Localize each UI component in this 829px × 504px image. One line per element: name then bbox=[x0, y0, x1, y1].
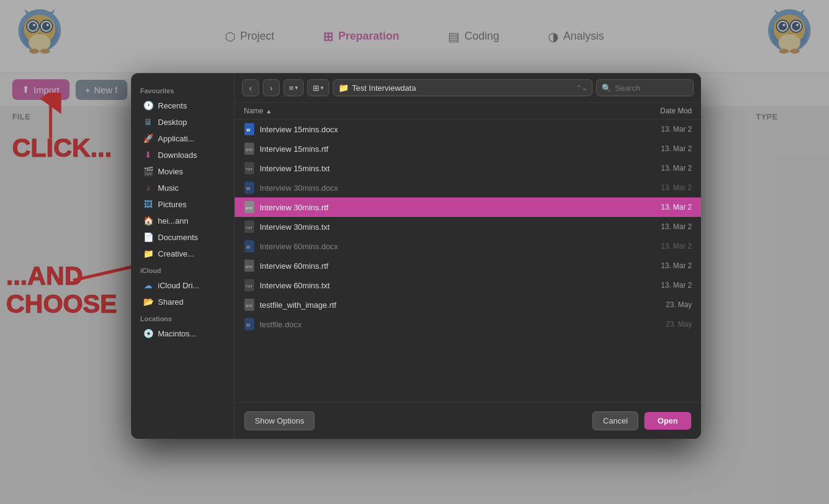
icloud-label: iCloud bbox=[131, 262, 234, 277]
sidebar-item-applications[interactable]: 🚀 Applicati... bbox=[134, 130, 231, 146]
empty-area bbox=[235, 334, 701, 371]
file-row[interactable]: TXT Interview 60mins.txt 13. Mar 2 bbox=[235, 275, 701, 295]
svg-text:RTF: RTF bbox=[246, 304, 253, 308]
name-col-label: Name bbox=[244, 107, 263, 115]
file-icon-docx: W bbox=[244, 318, 255, 331]
sidebar-item-icloud-drive[interactable]: ☁ iCloud Dri... bbox=[134, 277, 231, 293]
svg-text:W: W bbox=[246, 186, 251, 191]
file-date: 23. May bbox=[619, 300, 692, 309]
cancel-button[interactable]: Cancel bbox=[592, 411, 638, 430]
sidebar-item-home[interactable]: 🏠 hei...ann bbox=[134, 213, 231, 229]
file-row[interactable]: W Interview 30mins.docx 13. Mar 2 bbox=[235, 178, 701, 197]
dialog-footer: Show Options Cancel Open bbox=[235, 402, 701, 439]
show-options-button[interactable]: Show Options bbox=[244, 411, 315, 430]
sidebar-macintosh-label: Macintos... bbox=[158, 329, 196, 338]
file-name: Interview 60mins.txt bbox=[260, 281, 614, 290]
file-icon-txt: TXT bbox=[244, 220, 255, 233]
folder-shared-icon: 📂 bbox=[143, 297, 153, 307]
file-row[interactable]: TXT Interview 30mins.txt 13. Mar 2 bbox=[235, 217, 701, 236]
file-row[interactable]: W Interview 15mins.docx 13. Mar 2 bbox=[235, 119, 701, 139]
sidebar-item-desktop[interactable]: 🖥 Desktop bbox=[134, 114, 231, 130]
folder-icon: 📁 bbox=[338, 83, 349, 93]
view-list-button[interactable]: ≡ ▾ bbox=[283, 79, 304, 96]
svg-text:TXT: TXT bbox=[246, 226, 253, 230]
sidebar-item-macintosh[interactable]: 💿 Macintos... bbox=[134, 325, 231, 341]
file-name: Interview 15mins.txt bbox=[260, 164, 614, 173]
file-row[interactable]: W Interview 60mins.docx 13. Mar 2 bbox=[235, 236, 701, 256]
forward-button[interactable]: › bbox=[263, 79, 280, 96]
svg-text:W: W bbox=[246, 128, 251, 132]
name-col-header: Name ▲ bbox=[244, 107, 619, 115]
file-date: 13. Mar 2 bbox=[619, 144, 692, 153]
monitor-icon: 🖥 bbox=[143, 117, 153, 127]
svg-text:RTF: RTF bbox=[246, 265, 253, 269]
music-icon: ♪ bbox=[143, 183, 153, 193]
file-date: 13. Mar 2 bbox=[619, 261, 692, 270]
file-date: 13. Mar 2 bbox=[619, 222, 692, 231]
sidebar-shared-label: Shared bbox=[158, 297, 183, 307]
file-name: Interview 30mins.rtf bbox=[260, 203, 614, 212]
sidebar-item-creative[interactable]: 📁 Creative... bbox=[134, 246, 231, 261]
sidebar-item-shared[interactable]: 📂 Shared bbox=[134, 294, 231, 310]
forward-icon: › bbox=[270, 83, 272, 93]
file-date: 13. Mar 2 bbox=[619, 281, 692, 289]
file-row[interactable]: RTF Interview 15mins.rtf 13. Mar 2 bbox=[235, 139, 701, 158]
file-list: W Interview 15mins.docx 13. Mar 2 RTF In… bbox=[235, 119, 701, 402]
file-row[interactable]: TXT Interview 15mins.txt 13. Mar 2 bbox=[235, 158, 701, 178]
search-icon: 🔍 bbox=[602, 83, 611, 93]
file-dialog: Favourites 🕐 Recents 🖥 Desktop 🚀 Applica… bbox=[131, 73, 701, 439]
clock-icon: 🕐 bbox=[143, 101, 153, 110]
open-button[interactable]: Open bbox=[644, 412, 691, 430]
drive-icon: 💿 bbox=[143, 328, 153, 338]
sidebar-downloads-label: Downloads bbox=[158, 151, 197, 160]
file-date: 13. Mar 2 bbox=[619, 242, 692, 250]
view-chevron: ▾ bbox=[295, 85, 298, 91]
view-grid-button[interactable]: ⊞ ▾ bbox=[307, 79, 329, 96]
list-icon: ≡ bbox=[289, 83, 294, 93]
doc-icon: 📄 bbox=[143, 232, 153, 242]
sidebar-item-music[interactable]: ♪ Music bbox=[134, 180, 231, 196]
footer-left: Show Options bbox=[244, 411, 315, 430]
file-row-selected[interactable]: RTF Interview 30mins.rtf 13. Mar 2 bbox=[235, 197, 701, 217]
file-date: 13. Mar 2 bbox=[619, 164, 692, 172]
file-icon-rtf: RTF bbox=[244, 142, 255, 155]
sidebar-item-pictures[interactable]: 🖼 Pictures bbox=[134, 196, 231, 212]
location-bar[interactable]: 📁 Test Interviewdata ⌃⌄ bbox=[333, 79, 592, 96]
back-icon: ‹ bbox=[249, 83, 252, 93]
file-icon-docx: W bbox=[244, 240, 255, 253]
file-icon-docx: W bbox=[244, 181, 255, 194]
photo-icon: 🖼 bbox=[143, 199, 153, 209]
file-row[interactable]: RTF testfile_with_image.rtf 23. May bbox=[235, 295, 701, 314]
sidebar-item-documents[interactable]: 📄 Documents bbox=[134, 229, 231, 245]
dialog-content: ‹ › ≡ ▾ ⊞ ▾ 📁 Test Interviewdata ⌃⌄ bbox=[235, 73, 701, 439]
svg-text:RTF: RTF bbox=[246, 148, 253, 152]
grid-chevron: ▾ bbox=[321, 85, 324, 91]
file-icon-rtf: RTF bbox=[244, 259, 255, 272]
file-icon-txt: TXT bbox=[244, 161, 255, 175]
sidebar-movies-label: Movies bbox=[158, 167, 183, 176]
sidebar-item-movies[interactable]: 🎬 Movies bbox=[134, 163, 231, 179]
film-icon: 🎬 bbox=[143, 166, 153, 176]
search-input[interactable] bbox=[615, 83, 682, 93]
dialog-sidebar: Favourites 🕐 Recents 🖥 Desktop 🚀 Applica… bbox=[131, 73, 235, 439]
file-date: 13. Mar 2 bbox=[619, 125, 692, 133]
sidebar-pictures-label: Pictures bbox=[158, 200, 187, 209]
rocket-icon: 🚀 bbox=[143, 133, 153, 143]
sidebar-creative-label: Creative... bbox=[158, 249, 194, 258]
date-col-header: Date Mod bbox=[619, 107, 692, 115]
sidebar-item-recents[interactable]: 🕐 Recents bbox=[134, 98, 231, 113]
file-name: Interview 60mins.rtf bbox=[260, 261, 614, 271]
sidebar-item-downloads[interactable]: ⬇ Downloads bbox=[134, 147, 231, 163]
svg-text:W: W bbox=[246, 323, 251, 327]
file-icon-docx: W bbox=[244, 122, 255, 136]
file-row[interactable]: RTF Interview 60mins.rtf 13. Mar 2 bbox=[235, 256, 701, 275]
file-name: Interview 15mins.docx bbox=[260, 125, 614, 134]
sidebar-documents-label: Documents bbox=[158, 233, 198, 242]
file-row[interactable]: W testfile.docx 23. May bbox=[235, 314, 701, 334]
dialog-toolbar: ‹ › ≡ ▾ ⊞ ▾ 📁 Test Interviewdata ⌃⌄ bbox=[235, 73, 701, 103]
favourites-label: Favourites bbox=[131, 82, 234, 97]
home-icon: 🏠 bbox=[143, 216, 153, 225]
svg-text:TXT: TXT bbox=[246, 285, 253, 288]
back-button[interactable]: ‹ bbox=[242, 79, 259, 96]
sidebar-applications-label: Applicati... bbox=[158, 134, 194, 143]
